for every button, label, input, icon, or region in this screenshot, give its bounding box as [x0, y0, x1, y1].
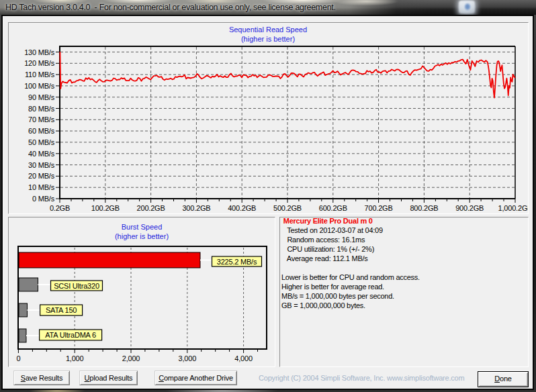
svg-text:60 MB/s: 60 MB/s [28, 127, 55, 135]
svg-text:1,000.2GB: 1,000.2GB [498, 204, 528, 212]
svg-text:900.2GB: 900.2GB [455, 204, 484, 212]
svg-text:3,000: 3,000 [179, 354, 197, 362]
svg-text:(higher is better): (higher is better) [115, 232, 169, 240]
svg-text:100 MB/s: 100 MB/s [24, 82, 55, 90]
svg-text:100.2GB: 100.2GB [91, 204, 120, 212]
svg-text:SATA 150: SATA 150 [46, 306, 77, 314]
svg-text:80 MB/s: 80 MB/s [28, 105, 55, 113]
svg-text:70 MB/s: 70 MB/s [28, 115, 55, 124]
svg-text:40 MB/s: 40 MB/s [28, 150, 55, 158]
svg-text:ATA UltraDMA 6: ATA UltraDMA 6 [45, 331, 96, 339]
svg-text:50 MB/s: 50 MB/s [28, 138, 55, 146]
svg-text:2,000: 2,000 [122, 354, 140, 362]
svg-text:Burst Speed: Burst Speed [122, 223, 163, 231]
svg-text:1,000: 1,000 [66, 354, 84, 362]
svg-text:120 MB/s: 120 MB/s [24, 59, 55, 67]
svg-text:3225.2 MB/s: 3225.2 MB/s [217, 258, 257, 266]
svg-text:90 MB/s: 90 MB/s [28, 93, 55, 101]
svg-text:0: 0 [16, 354, 20, 362]
svg-text:130 MB/s: 130 MB/s [24, 48, 55, 56]
svg-text:110 MB/s: 110 MB/s [25, 70, 55, 79]
svg-text:0.2GB: 0.2GB [50, 204, 70, 212]
svg-text:200.2GB: 200.2GB [137, 204, 165, 212]
svg-text:SCSI Ultra320: SCSI Ultra320 [54, 282, 99, 290]
svg-text:800.2GB: 800.2GB [410, 204, 438, 212]
svg-text:(higher is better): (higher is better) [241, 35, 295, 43]
svg-text:30 MB/s: 30 MB/s [28, 161, 55, 169]
svg-text:4,000: 4,000 [234, 354, 253, 362]
svg-text:0 MB/s: 0 MB/s [32, 195, 55, 203]
svg-text:600.2GB: 600.2GB [319, 204, 347, 212]
svg-text:10 MB/s: 10 MB/s [28, 183, 55, 191]
svg-text:300.2GB: 300.2GB [182, 204, 210, 212]
svg-text:400.2GB: 400.2GB [228, 204, 256, 212]
svg-text:700.2GB: 700.2GB [365, 204, 393, 212]
svg-text:20 MB/s: 20 MB/s [28, 172, 55, 180]
svg-text:500.2GB: 500.2GB [273, 204, 302, 212]
svg-text:Sequential Read Speed: Sequential Read Speed [229, 26, 307, 34]
